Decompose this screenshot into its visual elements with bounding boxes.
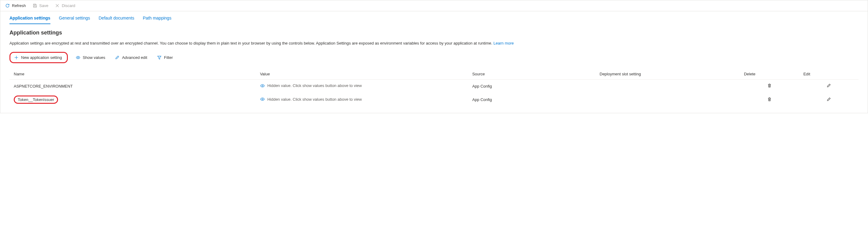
- show-values-label: Show values: [83, 55, 105, 60]
- hidden-value-cell[interactable]: Hidden value. Click show values button a…: [260, 83, 362, 88]
- setting-name[interactable]: Token__TokenIssuer: [18, 97, 54, 102]
- advanced-edit-label: Advanced edit: [122, 55, 147, 60]
- col-header-slot[interactable]: Deployment slot setting: [595, 69, 740, 80]
- tabs-bar: Application settings General settings De…: [0, 11, 868, 24]
- setting-slot: [595, 80, 740, 93]
- tab-application-settings[interactable]: Application settings: [9, 15, 51, 24]
- save-label: Save: [39, 3, 49, 8]
- col-header-delete: Delete: [740, 69, 799, 80]
- trash-icon: [767, 97, 772, 102]
- learn-more-link[interactable]: Learn more: [493, 41, 514, 45]
- svg-point-0: [77, 57, 79, 58]
- hidden-value-text: Hidden value. Click show values button a…: [267, 97, 362, 102]
- edit-button[interactable]: [826, 83, 832, 90]
- col-header-edit: Edit: [799, 69, 859, 80]
- actions-row: New application setting Show values Adva…: [9, 52, 859, 63]
- eye-icon: [260, 83, 265, 88]
- filter-button[interactable]: Filter: [155, 54, 175, 61]
- trash-icon: [767, 83, 772, 88]
- svg-point-1: [262, 85, 263, 86]
- col-header-value[interactable]: Value: [256, 69, 468, 80]
- show-values-button[interactable]: Show values: [74, 54, 107, 61]
- discard-button: Discard: [54, 3, 76, 8]
- filter-icon: [157, 55, 162, 60]
- delete-button[interactable]: [767, 83, 772, 90]
- table-row: Token__TokenIssuer Hidden value. Click s…: [9, 93, 859, 107]
- section-description: Application settings are encrypted at re…: [9, 40, 859, 46]
- refresh-icon: [5, 3, 10, 8]
- col-header-name[interactable]: Name: [9, 69, 256, 80]
- setting-source: App Config: [468, 80, 595, 93]
- eye-icon: [260, 97, 265, 102]
- new-application-setting-label: New application setting: [21, 55, 62, 60]
- save-button: Save: [32, 3, 49, 8]
- section-title: Application settings: [9, 30, 859, 36]
- svg-point-2: [262, 99, 263, 100]
- settings-table: Name Value Source Deployment slot settin…: [9, 69, 859, 107]
- pencil-icon: [115, 55, 120, 60]
- tab-path-mappings[interactable]: Path mappings: [143, 15, 171, 24]
- hidden-value-text: Hidden value. Click show values button a…: [267, 83, 362, 88]
- edit-button[interactable]: [826, 96, 832, 103]
- refresh-button[interactable]: Refresh: [5, 3, 27, 8]
- pencil-icon: [827, 97, 831, 102]
- hidden-value-cell[interactable]: Hidden value. Click show values button a…: [260, 97, 362, 102]
- eye-icon: [76, 55, 80, 60]
- setting-name[interactable]: ASPNETCORE_ENVIRONMENT: [14, 84, 73, 89]
- delete-button[interactable]: [767, 96, 772, 103]
- setting-slot: [595, 93, 740, 107]
- advanced-edit-button[interactable]: Advanced edit: [113, 54, 149, 61]
- tab-general-settings[interactable]: General settings: [59, 15, 90, 24]
- highlight-new-setting: New application setting: [9, 52, 68, 63]
- save-icon: [33, 3, 37, 8]
- filter-label: Filter: [164, 55, 173, 60]
- col-header-source[interactable]: Source: [468, 69, 595, 80]
- new-application-setting-button[interactable]: New application setting: [12, 54, 64, 61]
- discard-icon: [55, 3, 60, 8]
- refresh-label: Refresh: [12, 3, 26, 8]
- setting-source: App Config: [468, 93, 595, 107]
- discard-label: Discard: [62, 3, 75, 8]
- command-bar: Refresh Save Discard: [0, 0, 868, 11]
- plus-icon: [14, 55, 19, 60]
- pencil-icon: [827, 83, 831, 88]
- section-description-text: Application settings are encrypted at re…: [9, 41, 493, 45]
- table-row: ASPNETCORE_ENVIRONMENT Hidden value. Cli…: [9, 80, 859, 93]
- highlight-token-issuer: Token__TokenIssuer: [14, 96, 58, 104]
- tab-default-documents[interactable]: Default documents: [99, 15, 134, 24]
